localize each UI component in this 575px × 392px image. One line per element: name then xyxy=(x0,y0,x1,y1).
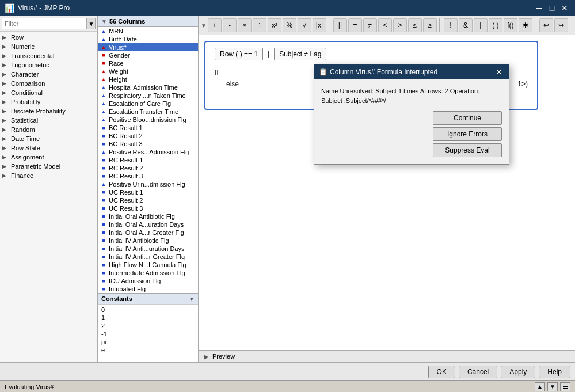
column-list-item[interactable]: ▲Weight xyxy=(98,67,198,75)
constant-item[interactable]: e xyxy=(101,346,195,354)
status-down-button[interactable]: ▼ xyxy=(547,382,558,391)
divide-button[interactable]: ÷ xyxy=(253,18,266,32)
constant-item[interactable]: 0 xyxy=(101,306,195,314)
column-list-item[interactable]: ■Intubated Flg xyxy=(98,285,198,293)
left-menu-item-date-time[interactable]: ▶Date Time xyxy=(0,134,97,143)
left-menu-item-finance[interactable]: ▶Finance xyxy=(0,171,97,180)
constant-item[interactable]: 1 xyxy=(101,314,195,322)
column-list-item[interactable]: ■Initial Oral A...uration Days xyxy=(98,220,198,229)
column-list-item[interactable]: ▲Escalation of Care Flg xyxy=(98,100,198,108)
column-list-item[interactable]: ■Initial IV Anti...uration Days xyxy=(98,245,198,253)
column-list-item[interactable]: ▲Positive Bloo...dmission Flg xyxy=(98,116,198,124)
left-menu-item-assignment[interactable]: ▶Assignment xyxy=(0,153,97,162)
star-button[interactable]: ✱ xyxy=(519,18,532,32)
column-list-item[interactable]: ■Intermediate Admission Flg xyxy=(98,269,198,277)
left-menu-item-probability[interactable]: ▶Probability xyxy=(0,97,97,106)
concat-button[interactable]: || xyxy=(333,18,347,32)
left-menu-item-row[interactable]: ▶Row xyxy=(0,33,97,42)
column-list-item[interactable]: ▲Escalation Transfer Time xyxy=(98,108,198,116)
filter-button[interactable]: ▼ xyxy=(87,18,96,29)
constant-item[interactable]: 2 xyxy=(101,322,195,330)
maximize-button[interactable]: □ xyxy=(546,2,558,14)
column-list-item[interactable]: ▲Height xyxy=(98,75,198,83)
left-menu-item-discrete-probability[interactable]: ▶Discrete Probability xyxy=(0,106,97,116)
help-button[interactable]: Help xyxy=(539,366,570,378)
column-list-item[interactable]: ■Initial Oral A...r Greater Flg xyxy=(98,229,198,237)
sqrt-button[interactable]: √ xyxy=(298,18,311,32)
left-menu-item-conditional[interactable]: ▶Conditional xyxy=(0,88,97,97)
formula-subject-box[interactable]: Subject ≠ Lag xyxy=(274,48,326,60)
mod-button[interactable]: % xyxy=(283,18,296,32)
fn-button[interactable]: f() xyxy=(504,18,517,32)
left-menu-item-random[interactable]: ▶Random xyxy=(0,125,97,134)
filter-input[interactable] xyxy=(2,18,87,29)
left-menu-item-numeric[interactable]: ▶Numeric xyxy=(0,42,97,51)
minimize-button[interactable]: ─ xyxy=(534,2,545,14)
column-list-item[interactable]: ■RC Result 1 xyxy=(98,156,198,164)
left-menu-item-parametric-model[interactable]: ▶Parametric Model xyxy=(0,162,97,171)
column-list-item[interactable]: ■UC Result 3 xyxy=(98,204,198,212)
add-button[interactable]: + xyxy=(208,18,222,32)
dialog-close-button[interactable]: ✕ xyxy=(494,67,504,77)
column-list-item[interactable]: ■Gender xyxy=(98,51,198,59)
dialog-suppress-eval-button[interactable]: Suppress Eval xyxy=(433,143,502,157)
left-menu-item-comparison[interactable]: ▶Comparison xyxy=(0,79,97,88)
multiply-button[interactable]: × xyxy=(238,18,252,32)
left-menu-item-row-state[interactable]: ▶Row State xyxy=(0,143,97,153)
cancel-button[interactable]: Cancel xyxy=(459,366,497,378)
constant-item[interactable]: -1 xyxy=(101,330,195,338)
dialog-continue-button[interactable]: Continue xyxy=(433,111,502,125)
apply-button[interactable]: Apply xyxy=(501,366,535,378)
column-list-item[interactable]: ■BC Result 3 xyxy=(98,140,198,148)
column-list-item[interactable]: ▲Positive Urin...dmission Flg xyxy=(98,180,198,188)
constant-item[interactable]: pi xyxy=(101,338,195,346)
columns-expand-icon[interactable]: ▼ xyxy=(101,18,107,25)
column-list-item[interactable]: ■BC Result 1 xyxy=(98,124,198,132)
constants-collapse-icon[interactable]: ▼ xyxy=(189,296,195,302)
equal-button[interactable]: = xyxy=(348,18,362,32)
gte-button[interactable]: ≥ xyxy=(423,18,437,32)
column-list-item[interactable]: ▲Birth Date xyxy=(98,35,198,43)
and-button[interactable]: & xyxy=(459,18,473,32)
less-than-button[interactable]: < xyxy=(378,18,392,32)
column-list-item[interactable]: ■Initial IV Antibiotic Flg xyxy=(98,237,198,245)
left-menu-item-character[interactable]: ▶Character xyxy=(0,70,97,79)
column-list-item[interactable]: ■BC Result 2 xyxy=(98,132,198,140)
greater-than-button[interactable]: > xyxy=(393,18,407,32)
or-button[interactable]: | xyxy=(474,18,488,32)
lte-button[interactable]: ≤ xyxy=(408,18,422,32)
bracket-button[interactable]: ( ) xyxy=(489,18,502,32)
column-list-item[interactable]: ▲Virus# xyxy=(98,43,198,51)
column-list-item[interactable]: ■ICU Admission Flg xyxy=(98,277,198,285)
power-button[interactable]: x² xyxy=(268,18,281,32)
close-button[interactable]: ✕ xyxy=(559,2,570,14)
formula-row-box[interactable]: Row ( ) == 1 xyxy=(215,48,263,60)
column-list-item[interactable]: ▲Positive Res...Admission Flg xyxy=(98,148,198,156)
status-up-button[interactable]: ▲ xyxy=(535,382,545,391)
column-list-item[interactable]: ▲MRN xyxy=(98,27,198,35)
column-list-item[interactable]: ■Race xyxy=(98,59,198,67)
redo-button[interactable]: ↪ xyxy=(554,18,568,32)
undo-button[interactable]: ↩ xyxy=(539,18,553,32)
column-list-item[interactable]: ■RC Result 2 xyxy=(98,164,198,172)
column-list-item[interactable]: ■UC Result 1 xyxy=(98,188,198,196)
column-list-item[interactable]: ▲Respiratory ...n Taken Time xyxy=(98,92,198,100)
column-list-item[interactable]: ■Initial IV Anti...r Greater Flg xyxy=(98,253,198,261)
preview-arrow-icon[interactable]: ▶ xyxy=(204,353,209,360)
ok-button[interactable]: OK xyxy=(428,366,455,378)
column-list-item[interactable]: ■UC Result 2 xyxy=(98,196,198,204)
status-menu-button[interactable]: ☰ xyxy=(560,382,570,391)
subtract-button[interactable]: - xyxy=(223,18,237,32)
left-menu-item-trigonometric[interactable]: ▶Trigonometric xyxy=(0,60,97,70)
column-list-item[interactable]: ▲Hospital Admission Time xyxy=(98,83,198,92)
not-button[interactable]: ! xyxy=(444,18,458,32)
left-menu-item-statistical[interactable]: ▶Statistical xyxy=(0,116,97,125)
abs-button[interactable]: |x| xyxy=(313,18,326,32)
column-list-item[interactable]: ■Initial Oral Antibiotic Flg xyxy=(98,212,198,220)
column-list-item[interactable]: ■RC Result 3 xyxy=(98,172,198,180)
left-menu-item-transcendental[interactable]: ▶Transcendental xyxy=(0,51,97,60)
dialog-ignore-errors-button[interactable]: Ignore Errors xyxy=(433,127,502,141)
formula-collapse-icon[interactable]: ▼ xyxy=(201,22,207,29)
column-list-item[interactable]: ■High Flow N...I Cannula Flg xyxy=(98,261,198,269)
not-equal-button[interactable]: ≠ xyxy=(363,18,377,32)
